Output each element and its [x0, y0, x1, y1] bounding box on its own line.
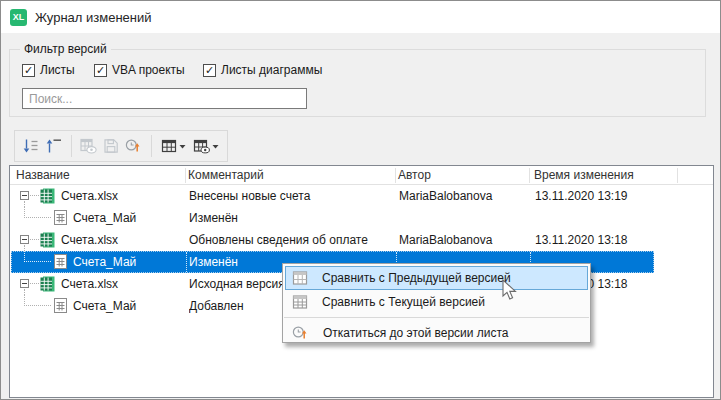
collapse-node-icon[interactable] — [20, 279, 29, 288]
version-name: Счета_Май — [73, 251, 186, 273]
change-log-window: XL Журнал изменений Фильтр версий ✓ Лист… — [0, 0, 721, 400]
rollback-clock-icon — [125, 138, 142, 154]
column-header-name[interactable]: Название — [16, 166, 70, 185]
search-input[interactable] — [22, 88, 307, 109]
rollback-clock-icon — [292, 325, 309, 341]
version-author: MariaBalobanova — [399, 229, 531, 251]
menu-item-label: Сравнить с Текущей версией — [322, 295, 485, 309]
toolbar — [14, 130, 228, 162]
workbook-icon — [39, 232, 56, 248]
collapse-node-icon[interactable] — [20, 191, 29, 200]
filter-group-label: Фильтр версий — [20, 42, 111, 56]
toolbar-separator — [151, 135, 152, 157]
view-version-button[interactable] — [78, 134, 98, 158]
version-time: 13.11.2020 13:19 — [535, 185, 663, 207]
collapse-node-icon[interactable] — [20, 235, 29, 244]
menu-item-label: Откатиться до этой версии листа — [323, 326, 509, 340]
save-version-icon — [103, 138, 119, 154]
version-author: MariaBalobanova — [399, 185, 531, 207]
compare-previous-icon — [292, 270, 308, 286]
view-version-icon — [80, 138, 97, 154]
window-title: Журнал изменений — [35, 10, 152, 25]
expand-all-icon — [23, 138, 39, 154]
version-time: 13.11.2020 13:18 — [535, 229, 663, 251]
table-view-icon — [193, 138, 210, 154]
checkbox-label: Листы диаграммы — [221, 63, 322, 77]
table-header: Название Комментарий Автор Время изменен… — [10, 166, 713, 185]
expand-all-button[interactable] — [21, 134, 41, 158]
table-row[interactable]: Счета.xlsx Обновлены сведения об оплате … — [11, 229, 712, 251]
column-header-author[interactable]: Автор — [398, 166, 431, 185]
checkbox-box[interactable]: ✓ — [203, 64, 216, 77]
version-name: Счета.xlsx — [61, 229, 186, 251]
checkbox-box[interactable]: ✓ — [22, 64, 35, 77]
menu-item-rollback[interactable]: Откатиться до этой версии листа — [285, 321, 588, 345]
table-view-dropdown-button[interactable] — [191, 134, 221, 158]
toolbar-separator — [71, 135, 72, 157]
version-name: Счета.xlsx — [61, 273, 186, 295]
checkbox-label: VBA проекты — [112, 63, 185, 77]
workbook-icon — [39, 188, 56, 204]
menu-item-compare-current[interactable]: Сравнить с Текущей версией — [285, 290, 588, 314]
check-icon: ✓ — [24, 65, 33, 76]
column-header-time[interactable]: Время изменения — [534, 166, 634, 185]
chevron-down-icon — [212, 144, 219, 149]
column-header-comment[interactable]: Комментарий — [188, 166, 264, 185]
sheet-icon — [54, 210, 67, 225]
title-bar: XL Журнал изменений — [1, 1, 720, 33]
check-icon: ✓ — [96, 65, 105, 76]
collapse-all-icon — [46, 138, 62, 154]
version-name: Счета_Май — [73, 295, 186, 317]
menu-item-label: Сравнить с Предыдущей версией — [322, 271, 511, 285]
sheet-icon — [54, 298, 67, 313]
version-comment: Обновлены сведения об оплате — [189, 229, 395, 251]
workbook-icon — [39, 276, 56, 292]
sheet-icon — [54, 254, 67, 269]
version-comment: Изменён — [189, 207, 395, 229]
app-xl-icon: XL — [10, 9, 27, 26]
table-row[interactable]: Счета.xlsx Внесены новые счета MariaBalo… — [11, 185, 712, 207]
rollback-version-button[interactable] — [124, 134, 144, 158]
checkbox-box[interactable]: ✓ — [94, 64, 107, 77]
checkbox-vba-projects[interactable]: ✓ VBA проекты — [94, 63, 185, 77]
filter-group: Фильтр версий ✓ Листы ✓ VBA проекты ✓ Ли… — [9, 49, 706, 117]
check-icon: ✓ — [205, 65, 214, 76]
version-name: Счета_Май — [73, 207, 186, 229]
checkbox-chart-sheets[interactable]: ✓ Листы диаграммы — [203, 63, 322, 77]
version-comment: Внесены новые счета — [189, 185, 395, 207]
context-menu: Сравнить с Предыдущей версией Сравнить с… — [282, 263, 591, 343]
mouse-cursor-icon — [502, 279, 517, 301]
compare-current-icon — [292, 294, 308, 310]
save-version-button[interactable] — [101, 134, 121, 158]
chevron-down-icon — [179, 144, 186, 149]
checkbox-label: Листы — [40, 63, 75, 77]
table-row[interactable]: Счета_Май Изменён — [11, 207, 712, 229]
menu-separator — [284, 317, 589, 318]
collapse-all-button[interactable] — [44, 134, 64, 158]
menu-item-compare-previous[interactable]: Сравнить с Предыдущей версией — [285, 266, 588, 290]
table-columns-dropdown-button[interactable] — [159, 134, 189, 158]
version-name: Счета.xlsx — [61, 185, 186, 207]
table-icon — [161, 138, 177, 154]
checkbox-sheets[interactable]: ✓ Листы — [22, 63, 75, 77]
